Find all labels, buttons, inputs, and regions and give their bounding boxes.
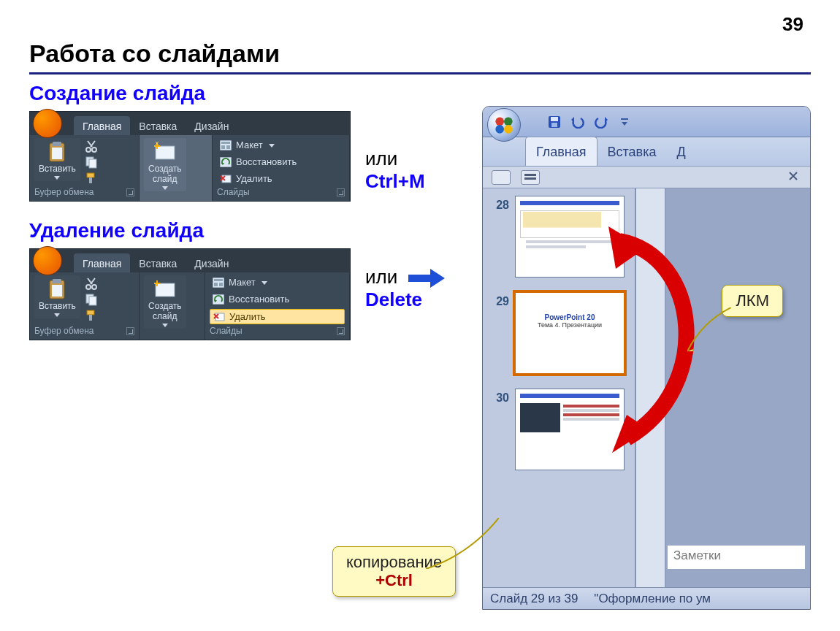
paste-button[interactable]: Вставить (34, 138, 80, 181)
svg-point-20 (92, 285, 96, 289)
layout-button[interactable]: Макет (217, 138, 345, 152)
section-create-heading: Создание слайда (29, 82, 811, 105)
outline-view-button[interactable] (521, 170, 540, 185)
svg-rect-11 (221, 142, 230, 144)
svg-point-19 (86, 285, 91, 289)
svg-rect-23 (87, 310, 94, 315)
svg-rect-27 (214, 279, 223, 281)
svg-rect-40 (621, 118, 628, 120)
svg-rect-29 (219, 283, 223, 286)
powerpoint-window: Главная Вставка Д 28 (482, 106, 811, 610)
slide-number-30: 30 (490, 389, 509, 405)
redo-icon[interactable] (592, 113, 610, 131)
office-logo-icon (494, 115, 514, 135)
status-slide-count: Слайд 29 из 39 (490, 592, 578, 606)
office-orb-icon[interactable] (33, 109, 62, 138)
paste-button[interactable]: Вставить (34, 275, 80, 318)
clipboard-group-label: Буфер обмена (34, 187, 94, 197)
ribbon-delete: Главная Вставка Дизайн Вставить (29, 248, 351, 340)
undo-icon[interactable] (569, 113, 587, 131)
callout-pointer-icon (426, 518, 499, 569)
svg-rect-38 (551, 117, 558, 121)
slides-view-button[interactable] (492, 170, 511, 185)
layout-button[interactable]: Макет (210, 275, 345, 289)
new-slide-button[interactable]: Создать слайд (144, 275, 186, 329)
ruler (636, 188, 665, 597)
copy-icon[interactable] (85, 293, 98, 306)
svg-rect-22 (89, 297, 96, 305)
clipboard-icon (47, 141, 67, 163)
svg-point-35 (495, 125, 504, 134)
slide-thumb-29-selected[interactable]: PowerPoint 20Тема 4. Презентации (515, 292, 625, 374)
tab-home[interactable]: Главная (74, 116, 130, 135)
callout-copy: копирование+Ctrl (332, 546, 456, 597)
tab-home[interactable]: Главная (525, 137, 597, 166)
svg-rect-32 (408, 275, 430, 282)
shortcut-delete: Delete (365, 288, 422, 310)
reset-button[interactable]: Восстановить (210, 292, 345, 306)
tab-home[interactable]: Главная (74, 253, 130, 272)
dialog-launcher-icon[interactable] (337, 188, 345, 196)
tab-design-trunc[interactable]: Д (666, 137, 695, 166)
delete-button[interactable]: Удалить (217, 172, 345, 186)
svg-point-36 (504, 125, 513, 134)
save-icon[interactable] (546, 113, 563, 131)
slide-number-28: 28 (490, 196, 509, 212)
title-rule (29, 72, 811, 74)
dialog-launcher-icon[interactable] (126, 188, 134, 196)
new-slide-button[interactable]: Создать слайд (144, 138, 186, 191)
svg-point-33 (495, 117, 504, 126)
slide-number-29: 29 (490, 292, 509, 308)
new-slide-icon (153, 142, 177, 162)
cut-icon[interactable] (85, 139, 98, 153)
slide-thumbnail-pane[interactable]: 28 29 PowerPoint 20Тема 4. Презентации (483, 188, 636, 597)
slide-thumb-30[interactable] (515, 389, 625, 470)
tab-insert[interactable]: Вставка (597, 137, 667, 166)
svg-rect-8 (89, 177, 92, 183)
svg-rect-18 (52, 285, 62, 297)
tab-design[interactable]: Дизайн (186, 116, 237, 135)
slides-group-label: Слайды (210, 326, 243, 336)
tab-insert[interactable]: Вставка (130, 253, 186, 272)
svg-point-3 (86, 148, 91, 152)
dialog-launcher-icon[interactable] (126, 327, 134, 335)
arrow-right-icon (408, 269, 445, 288)
layout-icon (220, 140, 232, 150)
notes-pane[interactable]: Заметки (667, 545, 806, 570)
reset-icon (213, 294, 224, 305)
svg-rect-13 (226, 145, 230, 149)
cut-icon[interactable] (85, 277, 98, 290)
or-text-2: или (365, 266, 397, 288)
clipboard-icon (47, 278, 67, 300)
reset-button[interactable]: Восстановить (217, 155, 345, 169)
shortcut-ctrl-m: Ctrl+M (365, 170, 425, 192)
office-orb-icon[interactable] (33, 246, 62, 275)
callout-lmb: ЛКМ (722, 285, 783, 317)
close-pane-icon[interactable] (788, 171, 801, 184)
svg-rect-2 (52, 148, 62, 159)
svg-rect-39 (551, 123, 557, 127)
tab-design[interactable]: Дизайн (186, 253, 237, 272)
svg-rect-25 (156, 283, 175, 297)
tab-insert[interactable]: Вставка (130, 116, 186, 135)
or-text-1: или (365, 148, 397, 169)
clipboard-group-label: Буфер обмена (34, 326, 94, 336)
svg-rect-1 (53, 142, 61, 146)
svg-rect-24 (89, 315, 92, 321)
layout-icon (213, 278, 224, 288)
svg-rect-12 (221, 145, 225, 149)
svg-point-34 (504, 117, 513, 126)
copy-icon[interactable] (85, 156, 98, 169)
dialog-launcher-icon[interactable] (337, 327, 345, 335)
slide-thumb-28[interactable] (515, 196, 625, 278)
office-button[interactable] (487, 108, 521, 142)
new-slide-icon (153, 279, 177, 299)
svg-point-4 (92, 148, 96, 152)
status-theme: "Оформление по ум (594, 592, 711, 606)
svg-rect-9 (156, 146, 175, 159)
qat-dropdown-icon[interactable] (616, 113, 633, 131)
format-painter-icon[interactable] (85, 172, 98, 185)
callout-pointer-icon (687, 307, 731, 351)
delete-button-highlighted[interactable]: Удалить (210, 309, 345, 324)
format-painter-icon[interactable] (85, 309, 98, 322)
